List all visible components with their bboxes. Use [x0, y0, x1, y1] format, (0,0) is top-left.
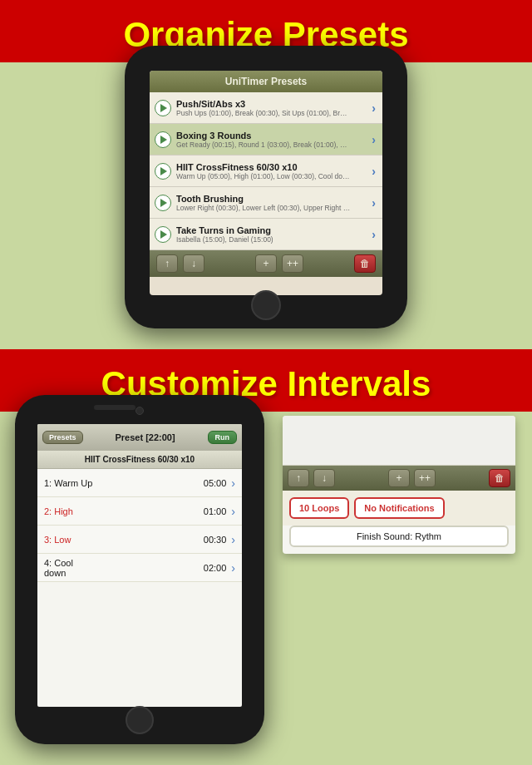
preset-name: Push/Sit/Abs x3: [176, 99, 367, 109]
finish-sound[interactable]: Finish Sound: Rythm: [289, 526, 509, 547]
chevron-right-icon: ›: [372, 196, 376, 210]
interval-title: HIIT CrossFitness 60/30 x10: [85, 455, 195, 464]
add-button[interactable]: +: [255, 254, 277, 273]
top-phone-body: UniTimer Presets Push/Sit/Abs x3 Push Up…: [125, 46, 407, 328]
interval-row[interactable]: 2: High 01:00 ›: [37, 497, 242, 526]
play-triangle-icon: [160, 230, 167, 239]
right-up-button[interactable]: ↑: [288, 469, 309, 487]
chevron-right-icon: ›: [372, 101, 376, 115]
play-triangle-icon: [160, 104, 167, 112]
preset-item[interactable]: Boxing 3 Rounds Get Ready (00:15), Round…: [150, 124, 382, 155]
preset-item[interactable]: HIIT CrossFitness 60/30 x10 Warm Up (05:…: [150, 155, 382, 187]
preset-detail: Push Ups (01:00), Break (00:30), Sit Ups…: [176, 109, 351, 117]
preset-detail: Warm Up (05:00), High (01:00), Low (00:3…: [176, 172, 351, 180]
preset-text: HIIT CrossFitness 60/30 x10 Warm Up (05:…: [176, 162, 367, 180]
move-down-button[interactable]: ↓: [183, 254, 204, 273]
bottom-phone-screen: Presets Preset [22:00] Run HIIT CrossFit…: [37, 424, 242, 707]
right-delete-button[interactable]: 🗑: [489, 469, 510, 487]
right-panel-blank: [283, 416, 515, 466]
preset-name: Tooth Brushing: [176, 194, 367, 204]
nav-bar: Presets Preset [22:00] Run: [37, 424, 242, 451]
move-up-button[interactable]: ↑: [156, 254, 178, 273]
interval-label: 1: Warm Up: [44, 478, 94, 488]
preset-detail: Isabella (15:00), Daniel (15:00): [176, 235, 351, 244]
loops-button[interactable]: 10 Loops: [289, 497, 349, 519]
right-add-button[interactable]: +: [388, 469, 410, 487]
chevron-right-icon: ›: [372, 165, 376, 178]
preset-name: Take Turns in Gaming: [176, 225, 367, 235]
bottom-left-phone: Presets Preset [22:00] Run HIIT CrossFit…: [15, 395, 264, 744]
right-add-more-button[interactable]: ++: [414, 469, 436, 487]
interval-detail-arrow-icon[interactable]: ›: [231, 561, 235, 575]
preset-list: Push/Sit/Abs x3 Push Ups (01:00), Break …: [150, 92, 382, 250]
play-triangle-icon: [160, 167, 167, 175]
interval-time: 00:30: [94, 535, 226, 545]
play-triangle-icon: [160, 136, 167, 144]
play-button[interactable]: [155, 100, 171, 116]
interval-detail-arrow-icon[interactable]: ›: [231, 533, 235, 546]
preset-item[interactable]: Push/Sit/Abs x3 Push Ups (01:00), Break …: [150, 92, 382, 124]
bottom-toolbar: ↑ ↓ + ++ 🗑: [150, 250, 382, 277]
home-button-top[interactable]: [251, 290, 281, 320]
interval-title-bar: HIIT CrossFitness 60/30 x10: [37, 451, 242, 469]
right-toolbar: ↑ ↓ + ++ 🗑: [283, 466, 515, 491]
interval-row[interactable]: 4: Cool down 02:00 ›: [37, 554, 242, 582]
preset-text: Boxing 3 Rounds Get Ready (00:15), Round…: [176, 131, 367, 149]
speaker: [94, 405, 135, 410]
interval-detail-arrow-icon[interactable]: ›: [231, 476, 235, 490]
delete-button[interactable]: 🗑: [354, 254, 376, 273]
home-button-left[interactable]: [126, 706, 154, 734]
right-down-button[interactable]: ↓: [313, 469, 335, 487]
play-button[interactable]: [155, 226, 171, 243]
interval-row[interactable]: 3: Low 00:30 ›: [37, 526, 242, 554]
chevron-right-icon: ›: [372, 133, 376, 146]
top-section: Organize Presets UniTimer Presets Push/S…: [0, 0, 532, 349]
preset-text: Tooth Brushing Lower Right (00:30), Lowe…: [176, 194, 367, 212]
interval-list: 1: Warm Up 05:00 › 2: High 01:00 › 3: Lo…: [37, 469, 242, 582]
top-phone: UniTimer Presets Push/Sit/Abs x3 Push Up…: [125, 46, 407, 328]
interval-row[interactable]: 1: Warm Up 05:00 ›: [37, 469, 242, 497]
add-more-button[interactable]: ++: [282, 254, 303, 273]
right-options: 10 Loops No Notifications: [283, 491, 515, 526]
nav-title: Preset [22:00]: [88, 432, 203, 442]
interval-label: 3: Low: [44, 535, 94, 545]
play-button[interactable]: [155, 195, 171, 211]
presets-nav-button[interactable]: Presets: [42, 431, 83, 444]
screen-title-bar: UniTimer Presets: [150, 71, 382, 92]
play-button[interactable]: [155, 131, 171, 148]
play-triangle-icon: [160, 199, 167, 207]
preset-detail: Lower Right (00:30), Lower Left (00:30),…: [176, 204, 351, 212]
chevron-right-icon: ›: [372, 228, 376, 241]
interval-time: 05:00: [94, 478, 226, 488]
run-button[interactable]: Run: [208, 431, 238, 444]
interval-label: 2: High: [44, 506, 94, 516]
preset-text: Take Turns in Gaming Isabella (15:00), D…: [176, 225, 367, 244]
preset-detail: Get Ready (00:15), Round 1 (03:00), Brea…: [176, 141, 351, 149]
top-phone-screen: UniTimer Presets Push/Sit/Abs x3 Push Up…: [150, 71, 382, 295]
right-panel: ↑ ↓ + ++ 🗑 10 Loops No Notifications Fin…: [283, 416, 515, 554]
notifications-button[interactable]: No Notifications: [354, 497, 444, 519]
bottom-section: Customize Intervals Presets Preset [22:0…: [0, 349, 532, 765]
interval-label: 4: Cool down: [44, 558, 94, 578]
bottom-phone-body: Presets Preset [22:00] Run HIIT CrossFit…: [15, 395, 264, 744]
preset-name: Boxing 3 Rounds: [176, 131, 367, 141]
play-button[interactable]: [155, 163, 171, 180]
preset-text: Push/Sit/Abs x3 Push Ups (01:00), Break …: [176, 99, 367, 117]
interval-time: 02:00: [94, 563, 226, 573]
interval-time: 01:00: [94, 506, 226, 516]
interval-detail-arrow-icon[interactable]: ›: [231, 505, 235, 518]
screen-title: UniTimer Presets: [225, 76, 308, 87]
camera: [135, 407, 144, 415]
preset-name: HIIT CrossFitness 60/30 x10: [176, 162, 367, 172]
preset-item[interactable]: Take Turns in Gaming Isabella (15:00), D…: [150, 219, 382, 250]
preset-item[interactable]: Tooth Brushing Lower Right (00:30), Lowe…: [150, 187, 382, 219]
